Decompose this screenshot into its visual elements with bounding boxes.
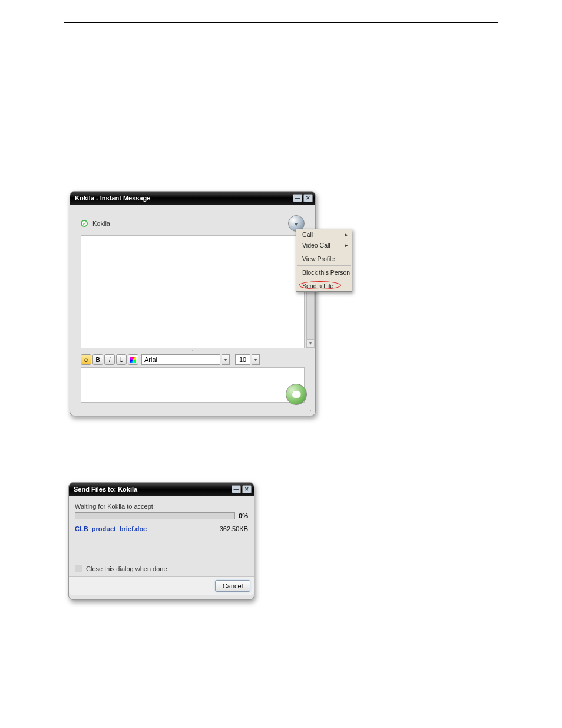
- chat-bubble-icon: [292, 390, 301, 398]
- bold-button[interactable]: B: [92, 354, 103, 365]
- message-input[interactable]: [81, 367, 305, 403]
- underline-button[interactable]: U: [116, 354, 127, 365]
- menu-item-block-person[interactable]: Block this Person: [296, 267, 352, 278]
- menu-item-video-call[interactable]: Video Call▸: [296, 240, 352, 251]
- chat-titlebar[interactable]: Kokila - Instant Message — ✕: [70, 192, 315, 205]
- close-button[interactable]: ✕: [303, 194, 313, 202]
- progress-bar: [75, 512, 235, 519]
- status-available-icon: ✓: [81, 220, 88, 227]
- resize-grip-icon[interactable]: ⋰: [308, 407, 313, 414]
- message-history-area: ▴ ▾: [81, 235, 305, 348]
- send-message-button[interactable]: [286, 384, 307, 405]
- font-family-select[interactable]: Arial: [141, 354, 220, 365]
- file-size-text: 362.50KB: [220, 525, 248, 532]
- emoji-button[interactable]: ☺: [81, 354, 91, 365]
- font-size-dropdown-icon[interactable]: ▾: [252, 354, 260, 365]
- contact-name: Kokila: [92, 220, 110, 227]
- submenu-arrow-icon: ▸: [345, 242, 348, 248]
- send-files-window: Send Files to: Kokila — ✕ Waiting for Ko…: [68, 482, 254, 600]
- close-when-done-checkbox[interactable]: [75, 565, 82, 572]
- close-when-done-label: Close this dialog when done: [86, 565, 167, 572]
- font-color-button[interactable]: [128, 354, 138, 365]
- menu-item-view-profile[interactable]: View Profile: [296, 253, 352, 264]
- progress-percent: 0%: [239, 512, 248, 519]
- menu-item-send-file[interactable]: Send a File: [296, 281, 352, 291]
- font-family-dropdown-icon[interactable]: ▾: [222, 354, 230, 365]
- instant-message-window: Kokila - Instant Message — ✕ ✓ Kokila ▴ …: [70, 191, 316, 416]
- send-files-titlebar[interactable]: Send Files to: Kokila — ✕: [69, 483, 254, 496]
- font-size-select[interactable]: 10: [235, 354, 250, 365]
- actions-context-menu: Call▸ Video Call▸ View Profile Block thi…: [296, 229, 352, 292]
- send-files-title: Send Files to: Kokila: [74, 486, 137, 493]
- submenu-arrow-icon: ▸: [345, 232, 348, 238]
- minimize-button[interactable]: —: [232, 485, 241, 493]
- scroll-down-button[interactable]: ▾: [307, 339, 314, 347]
- file-name-link[interactable]: CLB_product_brief.doc: [75, 525, 147, 532]
- italic-button[interactable]: i: [104, 354, 115, 365]
- minimize-button[interactable]: —: [293, 194, 302, 202]
- format-toolbar: ☺ B i U Arial ▾ 10 ▾: [81, 354, 305, 365]
- close-button[interactable]: ✕: [242, 485, 252, 493]
- chat-window-title: Kokila - Instant Message: [75, 195, 150, 202]
- menu-item-call[interactable]: Call▸: [296, 229, 352, 240]
- waiting-status-text: Waiting for Kokila to accept:: [75, 503, 248, 510]
- cancel-button[interactable]: Cancel: [215, 580, 250, 592]
